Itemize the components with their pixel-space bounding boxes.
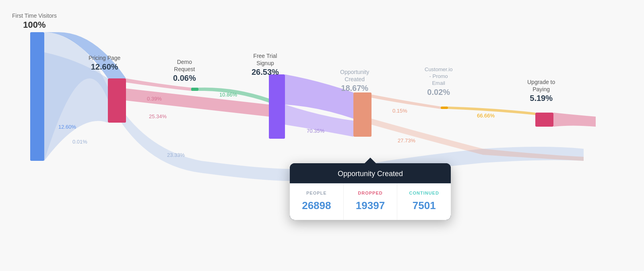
tooltip-label-people: PEOPLE	[294, 191, 339, 195]
label-upgrade: Upgrade toPaying 5.19%	[527, 78, 555, 103]
flow-label-pp-ft: 25.34%	[149, 113, 167, 119]
tooltip-col-dropped: DROPPED 19397	[344, 183, 398, 220]
tooltip-body: PEOPLE 26898 DROPPED 19397 CONTINUED 750…	[290, 183, 451, 220]
label-opportunity-created: OpportunityCreated 18.67%	[340, 68, 369, 93]
tooltip-arrow	[365, 158, 376, 163]
tooltip-label-continued: CONTINUED	[401, 191, 447, 195]
flow-label-opp-drop: 27.73%	[398, 138, 415, 144]
flow-label-pp-demo: 0.39%	[147, 96, 162, 102]
tooltip-col-continued: CONTINUED 7501	[397, 183, 451, 220]
label-pricing-page: Pricing Page 12.60%	[89, 54, 120, 72]
flow-label-ft-opp: 70.35%	[307, 128, 324, 134]
label-free-trial: Free TrialSignup 26.53%	[252, 52, 279, 77]
bar-opportunity[interactable]	[353, 92, 372, 137]
bar-upgrade[interactable]	[535, 113, 553, 127]
flow-label-demo-ft: 10.86%	[219, 92, 237, 98]
flow-label-ftv-drop1: 0.01%	[72, 139, 87, 145]
label-first-time-visitors: First Time Visitors 100%	[12, 12, 57, 31]
bar-customer-io[interactable]	[441, 107, 448, 109]
bar-free-trial[interactable]	[269, 74, 285, 139]
label-customer-io: Customer.io- PromoEmail 0.02%	[425, 66, 452, 97]
label-demo-request: DemoRequest 0.06%	[173, 58, 196, 83]
tooltip-label-dropped: DROPPED	[348, 191, 393, 195]
tooltip-value-dropped: 19397	[348, 199, 393, 212]
flow-label-opp-promo: 0.15%	[392, 108, 407, 114]
tooltip-title: Opportunity Created	[290, 163, 451, 183]
bar-demo[interactable]	[191, 88, 198, 91]
tooltip-col-people: PEOPLE 26898	[290, 183, 344, 220]
flow-label-ftv-drop2: 23.33%	[167, 152, 185, 158]
bar-ftv[interactable]	[30, 32, 44, 161]
funnel-svg	[0, 0, 644, 271]
bar-pricing[interactable]	[108, 78, 126, 123]
tooltip-popup: Opportunity Created PEOPLE 26898 DROPPED…	[290, 163, 451, 220]
flow-label-ftv-pp: 12.60%	[58, 124, 76, 130]
funnel-chart: First Time Visitors 100% Pricing Page 12…	[0, 0, 644, 271]
tooltip-value-continued: 7501	[401, 199, 447, 212]
tooltip-value-people: 26898	[294, 199, 339, 212]
flow-label-promo-upgrade: 66.66%	[477, 113, 495, 119]
